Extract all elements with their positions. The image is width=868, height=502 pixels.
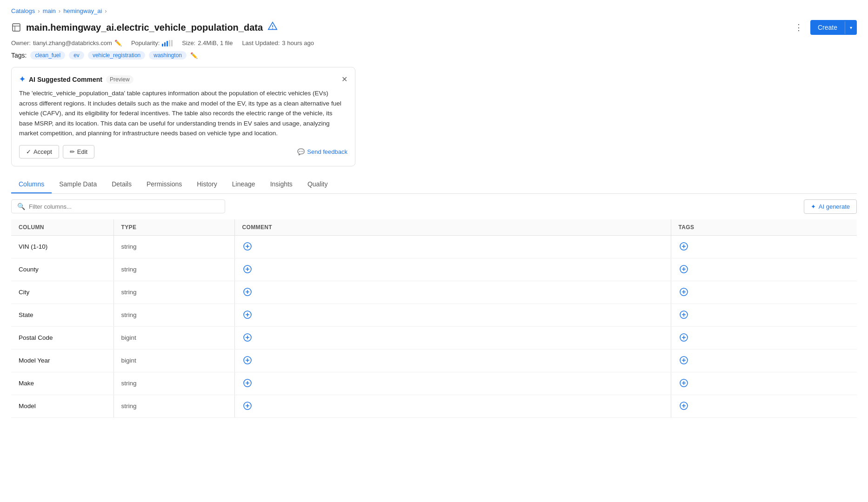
breadcrumb-main[interactable]: main <box>43 7 56 14</box>
table-row: Modelstring <box>11 395 857 417</box>
add-comment-icon[interactable] <box>242 287 253 297</box>
breadcrumb-catalogs[interactable]: Catalogs <box>11 7 35 14</box>
add-comment-icon[interactable] <box>242 241 253 251</box>
cell-column-tags[interactable] <box>671 235 857 258</box>
create-button-label: Create <box>810 20 845 35</box>
ai-generate-sparkle-icon: ✦ <box>811 203 816 210</box>
cell-column-comment[interactable] <box>234 372 671 395</box>
cell-column-type: string <box>114 395 234 417</box>
create-button[interactable]: Create ▾ <box>810 20 857 35</box>
tab-insights[interactable]: Insights <box>263 176 300 193</box>
add-tag-icon[interactable] <box>679 264 689 274</box>
cell-column-tags[interactable] <box>671 326 857 349</box>
tag-washington[interactable]: washington <box>149 51 187 59</box>
cell-column-name: Model <box>11 395 114 417</box>
alert-icon[interactable] <box>267 21 278 34</box>
cell-column-type: string <box>114 372 234 395</box>
cell-column-type: string <box>114 258 234 281</box>
cell-column-name: City <box>11 281 114 304</box>
add-comment-icon[interactable] <box>242 355 253 365</box>
filter-columns-input[interactable] <box>29 203 219 210</box>
tag-ev[interactable]: ev <box>69 51 84 59</box>
cell-column-tags[interactable] <box>671 372 857 395</box>
edit-pencil-icon: ✏ <box>70 148 75 155</box>
cell-column-comment[interactable] <box>234 349 671 372</box>
cell-column-name: County <box>11 258 114 281</box>
cell-column-comment[interactable] <box>234 395 671 417</box>
cell-column-comment[interactable] <box>234 281 671 304</box>
ai-suggestion-card: ✦ AI Suggested Comment Preview ✕ The 'el… <box>11 67 355 166</box>
cell-column-type: bigint <box>114 349 234 372</box>
cell-column-tags[interactable] <box>671 395 857 417</box>
page-title: main.hemingway_ai.electric_vehicle_popul… <box>26 22 263 33</box>
popularity-bars <box>162 40 173 46</box>
filter-row: 🔍 ✦ AI generate <box>11 194 857 219</box>
add-tag-icon[interactable] <box>679 287 689 297</box>
add-tag-icon[interactable] <box>679 378 689 388</box>
more-options-button[interactable]: ⋮ <box>791 20 807 34</box>
tags-edit-icon[interactable]: ✏️ <box>190 52 198 59</box>
updated-value: 3 hours ago <box>282 40 314 46</box>
cell-column-type: string <box>114 281 234 304</box>
col-header-comment: Comment <box>234 219 671 236</box>
ai-generate-button[interactable]: ✦ AI generate <box>804 199 857 214</box>
cell-column-name: Postal Code <box>11 326 114 349</box>
edit-label: Edit <box>77 148 87 155</box>
columns-table: Column Type Comment Tags VIN (1-10)strin… <box>11 219 857 418</box>
add-comment-icon[interactable] <box>242 310 253 320</box>
add-tag-icon[interactable] <box>679 401 689 411</box>
tag-vehicle-registration[interactable]: vehicle_registration <box>88 51 145 59</box>
add-comment-icon[interactable] <box>242 332 253 343</box>
col-header-tags: Tags <box>671 219 857 236</box>
ai-card-close-button[interactable]: ✕ <box>341 76 347 83</box>
cell-column-comment[interactable] <box>234 235 671 258</box>
cell-column-tags[interactable] <box>671 349 857 372</box>
cell-column-type: string <box>114 304 234 326</box>
tab-details[interactable]: Details <box>104 176 139 193</box>
cell-column-comment[interactable] <box>234 258 671 281</box>
table-row: VIN (1-10)string <box>11 235 857 258</box>
add-tag-icon[interactable] <box>679 332 689 343</box>
ai-card-title-text: AI Suggested Comment <box>29 76 102 83</box>
table-row: Citystring <box>11 281 857 304</box>
owner-edit-icon[interactable]: ✏️ <box>114 40 122 46</box>
meta-row: Owner: tianyi.zhang@databricks.com ✏️ Po… <box>11 40 857 46</box>
cell-column-comment[interactable] <box>234 326 671 349</box>
cell-column-comment[interactable] <box>234 304 671 326</box>
add-comment-icon[interactable] <box>242 378 253 388</box>
tag-clean-fuel[interactable]: clean_fuel <box>30 51 65 59</box>
cell-column-type: bigint <box>114 326 234 349</box>
table-row: Makestring <box>11 372 857 395</box>
tab-columns[interactable]: Columns <box>11 176 52 193</box>
cell-column-tags[interactable] <box>671 304 857 326</box>
add-tag-icon[interactable] <box>679 310 689 320</box>
tab-sample-data[interactable]: Sample Data <box>52 176 104 193</box>
add-comment-icon[interactable] <box>242 264 253 274</box>
cell-column-name: Model Year <box>11 349 114 372</box>
tab-permissions[interactable]: Permissions <box>139 176 189 193</box>
tab-lineage[interactable]: Lineage <box>225 176 263 193</box>
size-value: 2.4MiB, 1 file <box>198 40 233 46</box>
cell-column-tags[interactable] <box>671 281 857 304</box>
tags-label: Tags: <box>11 52 27 59</box>
add-tag-icon[interactable] <box>679 241 689 251</box>
edit-button[interactable]: ✏ Edit <box>63 145 94 159</box>
table-row: Statestring <box>11 304 857 326</box>
breadcrumb-hemingway-ai[interactable]: hemingway_ai <box>63 7 102 14</box>
cell-column-type: string <box>114 235 234 258</box>
tab-quality[interactable]: Quality <box>300 176 335 193</box>
svg-point-4 <box>272 28 273 29</box>
accept-label: Accept <box>33 148 52 155</box>
tab-history[interactable]: History <box>189 176 225 193</box>
ai-preview-badge: Preview <box>106 75 134 84</box>
col-header-column: Column <box>11 219 114 236</box>
send-feedback-button[interactable]: 💬 Send feedback <box>297 148 347 155</box>
table-row: Countystring <box>11 258 857 281</box>
cell-column-tags[interactable] <box>671 258 857 281</box>
tags-row: Tags: clean_fuel ev vehicle_registration… <box>11 51 857 59</box>
accept-button[interactable]: ✓ Accept <box>19 145 59 159</box>
add-tag-icon[interactable] <box>679 355 689 365</box>
add-comment-icon[interactable] <box>242 401 253 411</box>
cell-column-name: Make <box>11 372 114 395</box>
cell-column-name: State <box>11 304 114 326</box>
